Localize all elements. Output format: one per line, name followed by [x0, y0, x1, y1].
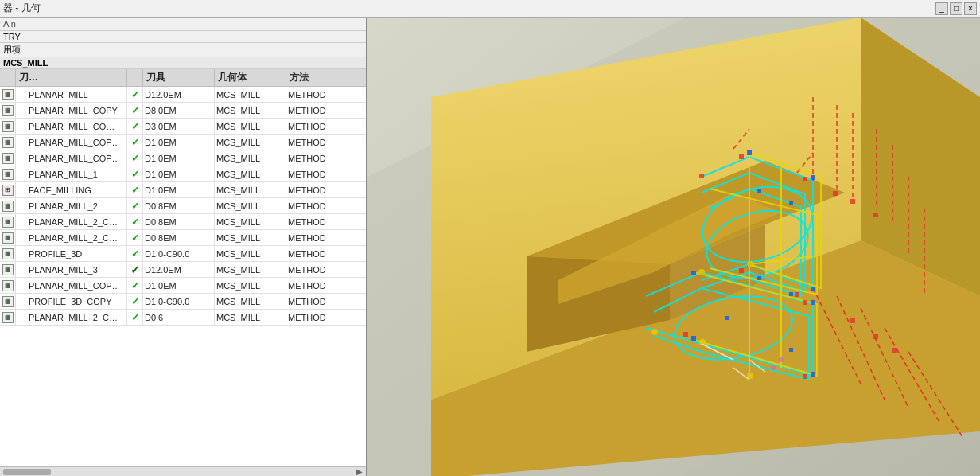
table-row[interactable]: ▦ PLANAR_MILL_1 ✓ D1.0EM MCS_MILL METHOD — [0, 166, 366, 182]
table-row[interactable]: ▦ PROFILE_3D_COPY ✓ D1.0-C90.0 MCS_MILL … — [0, 294, 366, 310]
table-header: 刀… 刀具 几何体 方法 — [0, 69, 366, 87]
scroll-right-arrow[interactable]: ▶ — [356, 467, 363, 476]
table-row[interactable]: ▦ PLANAR_MILL_COP… ✓ D1.0EM MCS_MILL MET… — [0, 150, 366, 166]
svg-rect-40 — [757, 276, 761, 280]
row-icon: ▦ — [0, 262, 16, 277]
row-check: ✓ — [127, 214, 143, 229]
row-method: METHOD — [286, 214, 358, 229]
header-icon — [0, 69, 16, 86]
row-method: METHOD — [286, 246, 358, 261]
row-check: ✓ — [127, 87, 143, 102]
svg-rect-49 — [795, 292, 799, 297]
row-icon: ▦ — [0, 135, 16, 150]
window-controls[interactable]: _ □ × — [935, 2, 977, 15]
row-name: PROFILE_3D — [16, 246, 127, 261]
svg-rect-33 — [691, 271, 696, 275]
table-row[interactable]: ▦ PROFILE_3D ✓ D1.0-C90.0 MCS_MILL METHO… — [0, 246, 366, 262]
face-milling-row[interactable]: ⊞ FACE_MILLING ✓ D1.0EM MCS_MILL METHOD — [0, 182, 366, 198]
planar-icon: ▦ — [2, 121, 14, 132]
viewport-svg — [368, 18, 980, 476]
row-name: PLANAR_MILL_2_C… — [16, 230, 127, 245]
svg-point-66 — [771, 365, 776, 370]
row-icon: ▦ — [0, 87, 16, 102]
row-icon: ⊞ — [0, 182, 16, 197]
svg-rect-51 — [683, 332, 688, 337]
header-name: 刀… — [16, 69, 127, 86]
horizontal-scrollbar[interactable]: ▶ — [0, 466, 366, 476]
header-tool: 刀具 — [143, 69, 215, 86]
row-tool: D1.0-C90.0 — [143, 246, 215, 261]
row-geom: MCS_MILL — [215, 166, 286, 181]
row-geom: MCS_MILL — [215, 182, 286, 197]
row-check: ✓ — [127, 182, 143, 197]
row-tool: D1.0EM — [143, 135, 215, 150]
svg-rect-39 — [789, 292, 793, 296]
row-name: PROFILE_3D_COPY — [16, 294, 127, 309]
table-row[interactable]: ▦ PLANAR_MILL_COP… ✓ D1.0EM MCS_MILL MET… — [0, 278, 366, 294]
row-check: ✓ — [127, 150, 143, 166]
svg-point-61 — [698, 269, 705, 275]
row-name: PLANAR_MILL_2 — [16, 198, 127, 213]
svg-rect-36 — [691, 336, 696, 341]
row-check: ✓ — [127, 294, 143, 309]
row-method: METHOD — [286, 262, 358, 277]
svg-rect-34 — [811, 300, 815, 305]
row-icon: ▦ — [0, 214, 16, 229]
svg-rect-52 — [803, 300, 807, 305]
svg-rect-42 — [789, 348, 793, 352]
maximize-button[interactable]: □ — [950, 2, 962, 15]
planar-icon: ▦ — [2, 153, 14, 164]
close-button[interactable]: × — [964, 2, 977, 15]
table-row[interactable]: ▦ PLANAR_MILL_CO… ✓ D3.0EM MCS_MILL METH… — [0, 119, 366, 135]
table-body[interactable]: ▦ PLANAR_MILL ✓ D12.0EM MCS_MILL METHOD … — [0, 87, 366, 466]
svg-point-60 — [651, 329, 658, 335]
row-geom: MCS_MILL — [215, 135, 286, 150]
table-row[interactable]: ▦ PLANAR_MILL_3 ✓ D12.0EM MCS_MILL METHO… — [0, 262, 366, 278]
top-labels: Ain — [0, 18, 366, 31]
svg-rect-55 — [892, 348, 897, 353]
table-row[interactable]: ▦ PLANAR_MILL_COP… ✓ D1.0EM MCS_MILL MET… — [0, 135, 366, 150]
row-icon: ▦ — [0, 150, 16, 166]
row-check: ✓ — [127, 103, 143, 118]
row-geom: MCS_MILL — [215, 310, 286, 325]
table-row[interactable]: ▦ PLANAR_MILL_2_C… ✓ D0.6 MCS_MILL METHO… — [0, 310, 366, 326]
row-name: PLANAR_MILL_COP… — [16, 278, 127, 293]
row-tool: D0.8EM — [143, 214, 215, 229]
svg-rect-35 — [811, 372, 815, 377]
row-icon: ▦ — [0, 119, 16, 134]
left-panel: Ain TRY 用项 MCS_MILL 刀… 刀具 几何体 方法 ▦ — [0, 18, 368, 476]
minimize-button[interactable]: _ — [935, 2, 948, 15]
row-method: METHOD — [286, 119, 358, 134]
section-yonxiang: 用项 — [0, 43, 366, 57]
row-method: METHOD — [286, 150, 358, 166]
table-row[interactable]: ▦ PLANAR_MILL_2_C… ✓ D0.8EM MCS_MILL MET… — [0, 214, 366, 230]
svg-rect-46 — [833, 191, 838, 196]
svg-rect-43 — [699, 174, 704, 178]
svg-rect-48 — [873, 213, 878, 217]
planar-icon: ▦ — [2, 296, 14, 307]
scrollbar-thumb[interactable] — [3, 469, 51, 475]
table-row[interactable]: ▦ PLANAR_MILL_COPY ✓ D8.0EM MCS_MILL MET… — [0, 103, 366, 119]
row-tool: D0.8EM — [143, 230, 215, 245]
svg-rect-45 — [803, 177, 807, 181]
viewport-panel — [368, 18, 980, 476]
row-name: PLANAR_MILL_CO… — [16, 119, 127, 134]
row-tool: D1.0EM — [143, 278, 215, 293]
row-icon: ▦ — [0, 230, 16, 245]
table-row[interactable]: ▦ PLANAR_MILL_2 ✓ D0.8EM MCS_MILL METHOD — [0, 198, 366, 214]
row-check: ✓ — [127, 278, 143, 293]
row-tool: D12.0EM — [143, 87, 215, 102]
svg-rect-38 — [789, 201, 793, 205]
row-tool: D12.0EM — [143, 262, 215, 277]
svg-rect-50 — [739, 268, 744, 273]
row-geom: MCS_MILL — [215, 246, 286, 261]
label-ain: Ain — [3, 19, 16, 29]
table-row[interactable]: ▦ PLANAR_MILL_2_C… ✓ D0.8EM MCS_MILL MET… — [0, 230, 366, 246]
row-method: METHOD — [286, 230, 358, 245]
row-method: METHOD — [286, 294, 358, 309]
row-geom: MCS_MILL — [215, 278, 286, 293]
row-icon: ▦ — [0, 246, 16, 261]
row-icon: ▦ — [0, 103, 16, 118]
table-row[interactable]: ▦ PLANAR_MILL ✓ D12.0EM MCS_MILL METHOD — [0, 87, 366, 103]
row-name: PLANAR_MILL_2_C… — [16, 214, 127, 229]
